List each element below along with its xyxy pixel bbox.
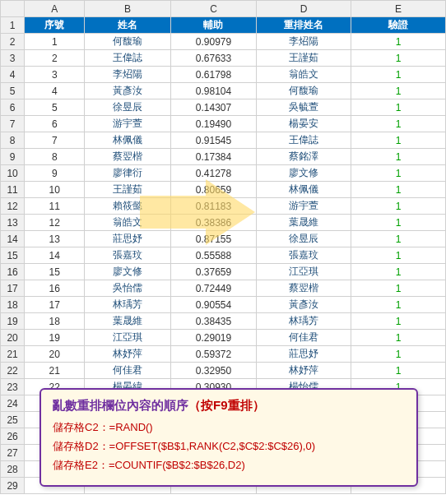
row-header[interactable]: 22	[1, 363, 25, 379]
cell-name[interactable]: 蔡翌楷	[85, 149, 170, 165]
row-header[interactable]: 28	[1, 461, 25, 478]
cell-aux[interactable]: 0.41278	[170, 165, 256, 182]
cell-reorder[interactable]: 王謹茹	[257, 50, 351, 67]
cell-verify[interactable]: 1	[351, 280, 446, 297]
col-header-E[interactable]: E	[351, 1, 446, 17]
cell-aux[interactable]: 0.61798	[170, 67, 256, 83]
cell-reorder[interactable]: 蔡銘澤	[257, 149, 351, 165]
cell-name[interactable]: 廖文修	[85, 264, 170, 280]
row-header[interactable]: 5	[1, 83, 25, 99]
header-seq[interactable]: 序號	[25, 17, 85, 34]
cell-seq[interactable]: 20	[25, 346, 85, 363]
cell-verify[interactable]: 1	[351, 231, 446, 247]
row-header[interactable]: 17	[1, 280, 25, 297]
row-header[interactable]: 13	[1, 215, 25, 231]
row-header[interactable]: 19	[1, 313, 25, 330]
row-header[interactable]: 27	[1, 445, 25, 461]
cell-name[interactable]: 王偉誌	[85, 50, 170, 67]
cell-aux[interactable]: 0.87155	[170, 231, 256, 247]
cell-name[interactable]: 廖律衍	[85, 165, 170, 182]
row-header[interactable]: 14	[1, 231, 25, 247]
cell-verify[interactable]: 1	[351, 346, 446, 363]
cell-name[interactable]: 徐昱辰	[85, 99, 170, 116]
row-header[interactable]: 1	[1, 17, 25, 34]
cell-verify[interactable]: 1	[351, 215, 446, 231]
cell-name[interactable]: 黃彥汝	[85, 83, 170, 99]
row-header[interactable]: 24	[1, 395, 25, 412]
cell-seq[interactable]: 13	[25, 231, 85, 247]
row-header[interactable]: 10	[1, 165, 25, 182]
cell-name[interactable]: 林佩儀	[85, 132, 170, 149]
cell-name[interactable]: 李炤陽	[85, 67, 170, 83]
header-aux[interactable]: 輔助	[170, 17, 256, 34]
cell-name[interactable]: 吳怡儒	[85, 280, 170, 297]
row-header[interactable]: 25	[1, 412, 25, 428]
header-verify[interactable]: 驗證	[351, 17, 446, 34]
cell-verify[interactable]: 1	[351, 313, 446, 330]
cell-seq[interactable]: 9	[25, 165, 85, 182]
cell-aux[interactable]: 0.91545	[170, 132, 256, 149]
cell-reorder[interactable]: 何佳君	[257, 330, 351, 346]
cell-seq[interactable]: 5	[25, 99, 85, 116]
cell-verify[interactable]: 1	[351, 67, 446, 83]
cell-seq[interactable]: 16	[25, 280, 85, 297]
cell-name[interactable]: 林瑀芳	[85, 297, 170, 313]
cell-aux[interactable]: 0.32950	[170, 363, 256, 379]
cell-aux[interactable]: 0.29019	[170, 330, 256, 346]
row-header[interactable]: 21	[1, 346, 25, 363]
row-header[interactable]: 29	[1, 478, 25, 494]
row-header[interactable]: 16	[1, 264, 25, 280]
cell-reorder[interactable]: 莊思妤	[257, 346, 351, 363]
cell-reorder[interactable]: 林佩儀	[257, 182, 351, 198]
row-header[interactable]: 20	[1, 330, 25, 346]
cell-reorder[interactable]: 何馥瑜	[257, 83, 351, 99]
cell-verify[interactable]: 1	[351, 363, 446, 379]
cell-verify[interactable]: 1	[351, 198, 446, 215]
cell-verify[interactable]: 1	[351, 50, 446, 67]
row-header[interactable]: 12	[1, 198, 25, 215]
cell-seq[interactable]: 2	[25, 50, 85, 67]
cell-seq[interactable]: 11	[25, 198, 85, 215]
cell-aux[interactable]: 0.38435	[170, 313, 256, 330]
cell-aux[interactable]: 0.80659	[170, 182, 256, 198]
cell-seq[interactable]: 12	[25, 215, 85, 231]
row-header[interactable]: 15	[1, 247, 25, 264]
row-header[interactable]: 9	[1, 149, 25, 165]
cell-name[interactable]: 游宇萱	[85, 116, 170, 132]
col-header-B[interactable]: B	[85, 1, 170, 17]
cell-seq[interactable]: 7	[25, 132, 85, 149]
row-header[interactable]: 23	[1, 379, 25, 395]
cell-seq[interactable]: 19	[25, 330, 85, 346]
cell-seq[interactable]: 10	[25, 182, 85, 198]
cell-verify[interactable]: 1	[351, 34, 446, 50]
cell-verify[interactable]: 1	[351, 264, 446, 280]
cell-name[interactable]: 莊思妤	[85, 231, 170, 247]
cell-reorder[interactable]: 楊晏安	[257, 116, 351, 132]
cell-name[interactable]: 翁皓文	[85, 215, 170, 231]
cell-name[interactable]: 何佳君	[85, 363, 170, 379]
cell-aux[interactable]: 0.38386	[170, 215, 256, 231]
header-name[interactable]: 姓名	[85, 17, 170, 34]
cell-aux[interactable]: 0.14307	[170, 99, 256, 116]
row-header[interactable]: 6	[1, 99, 25, 116]
cell-reorder[interactable]: 葉晟維	[257, 215, 351, 231]
cell-verify[interactable]: 1	[351, 83, 446, 99]
row-header[interactable]: 11	[1, 182, 25, 198]
cell-verify[interactable]: 1	[351, 165, 446, 182]
cell-reorder[interactable]: 蔡翌楷	[257, 280, 351, 297]
cell-reorder[interactable]: 吳毓萱	[257, 99, 351, 116]
cell-reorder[interactable]: 張嘉玟	[257, 247, 351, 264]
cell-aux[interactable]: 0.90979	[170, 34, 256, 50]
col-header-A[interactable]: A	[25, 1, 85, 17]
cell-aux[interactable]: 0.72449	[170, 280, 256, 297]
cell-seq[interactable]: 1	[25, 34, 85, 50]
cell-reorder[interactable]: 江亞琪	[257, 264, 351, 280]
cell-seq[interactable]: 18	[25, 313, 85, 330]
cell-aux[interactable]: 0.81183	[170, 198, 256, 215]
cell-name[interactable]: 林妤萍	[85, 346, 170, 363]
col-header-D[interactable]: D	[257, 1, 351, 17]
cell-seq[interactable]: 17	[25, 297, 85, 313]
cell-verify[interactable]: 1	[351, 132, 446, 149]
cell-reorder[interactable]: 游宇萱	[257, 198, 351, 215]
cell-name[interactable]: 王謹茹	[85, 182, 170, 198]
